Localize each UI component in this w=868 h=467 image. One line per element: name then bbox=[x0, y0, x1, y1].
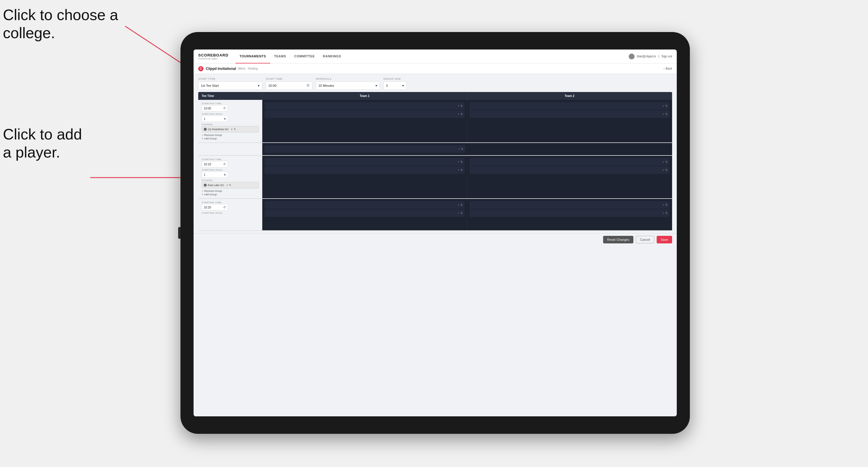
annotation-choose-college: Click to choose acollege. bbox=[3, 6, 118, 42]
group-course-row-1: × ⇅ bbox=[198, 143, 672, 156]
chevron-down-icon-3: ▾ bbox=[402, 84, 404, 88]
player-arrows-5-1: ⇅ bbox=[461, 204, 463, 207]
starting-hole-2[interactable]: 1 ⇅ bbox=[202, 172, 228, 178]
course-icon-2 bbox=[204, 184, 207, 187]
course-remove-2[interactable]: × bbox=[226, 184, 228, 187]
starting-hole-label-1: STARTING HOLE: bbox=[202, 113, 259, 115]
start-time-value: 10:00 bbox=[268, 84, 277, 87]
course-player-slot[interactable]: × ⇅ bbox=[265, 145, 465, 153]
player-x-3-1[interactable]: × bbox=[458, 160, 459, 163]
player-slot-1-1[interactable]: × ⇅ bbox=[265, 102, 465, 110]
form-row: Start Type 1st Tee Start ▾ Start Time 10… bbox=[193, 74, 677, 92]
annotation-add-player: Click to adda player. bbox=[3, 125, 82, 162]
course-name-2: East Lake GC bbox=[208, 184, 224, 187]
action-links-2: ○ Remove Group + Add Group bbox=[202, 190, 259, 196]
action-links-1: ○ Remove Group + Add Group bbox=[202, 134, 259, 140]
remove-group-2[interactable]: ○ Remove Group bbox=[202, 190, 259, 192]
player-slot-1-2[interactable]: × ⇅ bbox=[265, 110, 465, 118]
player-x-3-2[interactable]: × bbox=[458, 168, 459, 172]
course-row-right-1: × ⇅ bbox=[262, 143, 672, 155]
player-arrows-4-2: ⇅ bbox=[665, 168, 668, 172]
starting-hole-1[interactable]: 1 ⇅ bbox=[202, 116, 228, 122]
starting-time-3[interactable]: 10:20 ⏱ bbox=[202, 204, 228, 211]
player-arrows-3-2: ⇅ bbox=[461, 168, 463, 172]
player-x-4-1[interactable]: × bbox=[663, 160, 664, 163]
nav-rankings[interactable]: RANKINGS bbox=[319, 50, 345, 63]
player-slot-4-2[interactable]: × ⇅ bbox=[469, 166, 670, 174]
start-time-input[interactable]: 10:00 ⏱ bbox=[266, 82, 312, 90]
player-slot-2-1[interactable]: × ⇅ bbox=[469, 102, 670, 110]
player-arrows-3-1: ⇅ bbox=[461, 160, 463, 163]
player-x-2-1[interactable]: × bbox=[663, 104, 664, 107]
group-size-select[interactable]: 3 ▾ bbox=[383, 82, 407, 90]
start-type-label: Start Type bbox=[198, 77, 262, 80]
intervals-group: Intervals 10 Minutes ▾ bbox=[316, 77, 380, 90]
save-button[interactable]: Save bbox=[657, 236, 672, 243]
group-size-value: 3 bbox=[386, 84, 388, 87]
start-time-group: Start Time 10:00 ⏱ bbox=[266, 77, 312, 90]
reset-button[interactable]: Reset Changes bbox=[603, 236, 633, 243]
player-x-4-2[interactable]: × bbox=[663, 168, 664, 172]
remove-icon-2: ○ bbox=[202, 190, 203, 192]
nav-teams[interactable]: TEAMS bbox=[270, 50, 290, 63]
clock-icon-2: ⏱ bbox=[223, 163, 226, 166]
team2-slot-1: × ⇅ × ⇅ bbox=[467, 100, 672, 143]
starting-time-label-1: STARTING TIME: bbox=[202, 102, 259, 105]
tournament-name: Clippd Invitational bbox=[206, 67, 236, 71]
starting-hole-label-2: STARTING HOLE: bbox=[202, 168, 259, 171]
add-group-1[interactable]: + Add Group bbox=[202, 137, 259, 140]
course-edit-2[interactable]: ✎ bbox=[229, 184, 231, 187]
player-x-1-1[interactable]: × bbox=[458, 104, 459, 107]
back-button[interactable]: ‹ Back bbox=[663, 67, 672, 70]
player-slot-6-2[interactable]: × ⇅ bbox=[469, 209, 670, 217]
course-remove-1[interactable]: × bbox=[231, 128, 232, 131]
add-icon-2: + bbox=[202, 193, 203, 196]
player-x-6-1[interactable]: × bbox=[663, 204, 664, 207]
add-group-2[interactable]: + Add Group bbox=[202, 193, 259, 196]
course-edit-1[interactable]: ✎ bbox=[234, 128, 236, 131]
player-arrows-5-2: ⇅ bbox=[461, 212, 463, 215]
player-arrows-1-2: ⇅ bbox=[461, 113, 463, 116]
course-slot-arrows: ⇅ bbox=[461, 148, 463, 151]
player-x-1-2[interactable]: × bbox=[458, 113, 459, 116]
player-x-6-2[interactable]: × bbox=[663, 212, 664, 215]
back-chevron: ‹ bbox=[663, 67, 664, 70]
col-team2: Team 2 bbox=[467, 92, 672, 100]
player-x-5-2[interactable]: × bbox=[458, 212, 459, 215]
group-right-2: × ⇅ × ⇅ × ⇅ bbox=[262, 156, 672, 198]
player-slot-3-1[interactable]: × ⇅ bbox=[265, 158, 465, 166]
player-slot-6-1[interactable]: × ⇅ bbox=[469, 201, 670, 209]
clock-icon-1: ⏱ bbox=[223, 107, 226, 110]
starting-time-1[interactable]: 10:00 ⏱ bbox=[202, 105, 228, 112]
player-slot-3-2[interactable]: × ⇅ bbox=[265, 166, 465, 174]
clippd-logo: C bbox=[198, 66, 204, 71]
starting-time-2[interactable]: 10:10 ⏱ bbox=[202, 161, 228, 167]
player-slot-5-2[interactable]: × ⇅ bbox=[265, 209, 465, 217]
group-size-group: Group Size 3 ▾ bbox=[383, 77, 407, 90]
start-time-label: Start Time bbox=[266, 77, 312, 80]
player-x-2-2[interactable]: × bbox=[663, 113, 664, 116]
course-tag-2[interactable]: East Lake GC × ✎ bbox=[202, 182, 259, 188]
start-type-select[interactable]: 1st Tee Start ▾ bbox=[198, 82, 262, 90]
remove-group-1[interactable]: ○ Remove Group bbox=[202, 134, 259, 136]
course-tag-1[interactable]: (A) Peachtree GC × ✎ bbox=[202, 126, 259, 132]
col-team1: Team 1 bbox=[262, 92, 467, 100]
tablet-side-button bbox=[178, 227, 181, 239]
user-email: blair@clippd.io bbox=[637, 55, 656, 58]
group-row-3: STARTING TIME: 10:20 ⏱ STARTING HOLE: × … bbox=[198, 199, 672, 231]
intervals-select[interactable]: 10 Minutes ▾ bbox=[316, 82, 380, 90]
course-icon-1 bbox=[204, 128, 207, 131]
sign-out-link[interactable]: Sign out bbox=[661, 55, 672, 58]
player-slot-4-1[interactable]: × ⇅ bbox=[469, 158, 670, 166]
player-slot-2-2[interactable]: × ⇅ bbox=[469, 110, 670, 118]
chevron-down-icon: ▾ bbox=[258, 84, 260, 88]
nav-committee[interactable]: COMMITTEE bbox=[290, 50, 319, 63]
course-slot-x[interactable]: × bbox=[459, 148, 460, 151]
main-content: Start Type 1st Tee Start ▾ Start Time 10… bbox=[193, 74, 677, 416]
player-x-5-1[interactable]: × bbox=[458, 204, 459, 207]
player-slot-5-1[interactable]: × ⇅ bbox=[265, 201, 465, 209]
col-tee-time: Tee Time bbox=[198, 92, 262, 100]
avatar bbox=[629, 54, 634, 59]
cancel-button[interactable]: Cancel bbox=[636, 236, 654, 243]
nav-tournaments[interactable]: TOURNAMENTS bbox=[236, 50, 270, 63]
